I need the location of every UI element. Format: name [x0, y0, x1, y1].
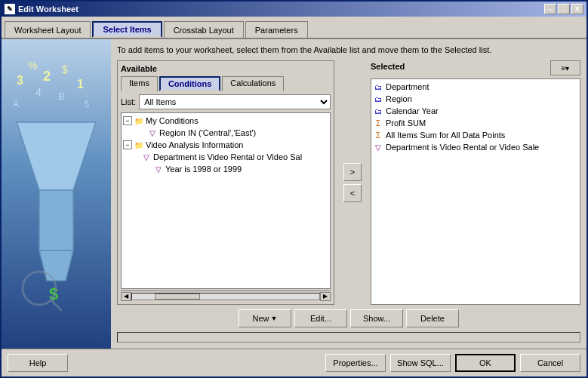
- table-icon-3: 🗂: [373, 106, 383, 116]
- main-window: ✎ Edit Worksheet ─ □ ✕ Worksheet Layout …: [0, 0, 588, 378]
- available-label: Available: [121, 64, 331, 73]
- title-bar: ✎ Edit Worksheet ─ □ ✕: [2, 2, 586, 17]
- delete-button[interactable]: Delete: [406, 309, 459, 327]
- view-toggle-button[interactable]: ≡▾: [550, 60, 580, 75]
- left-decorative-panel: 3 % 2 $ 1 A B 5 4 $: [2, 39, 111, 349]
- tree-item-video-analysis[interactable]: − 📁 Video Analysis Information: [123, 139, 328, 151]
- svg-text:B: B: [58, 91, 65, 102]
- scroll-thumb: [155, 293, 200, 300]
- funnel-svg: 3 % 2 $ 1 A B 5 4 $: [2, 39, 111, 318]
- svg-text:2: 2: [43, 69, 51, 84]
- sum-icon: Σ: [373, 118, 383, 128]
- horizontal-scrollbar[interactable]: ◀ ▶: [121, 290, 331, 301]
- selected-list[interactable]: 🗂 Department 🗂 Region 🗂 Calendar Year: [371, 78, 580, 305]
- tree-item-region-in[interactable]: ▽ Region IN ('Central','East'): [123, 127, 328, 139]
- selected-item-dept-is-video[interactable]: ▽ Department is Video Rental or Video Sa…: [373, 141, 578, 153]
- available-tree[interactable]: − 📁 My Conditions ▽ Region IN ('Central'…: [121, 112, 331, 289]
- help-button[interactable]: Help: [8, 354, 68, 372]
- svg-text:A: A: [13, 99, 19, 109]
- tab-conditions[interactable]: Conditions: [159, 76, 220, 91]
- window-icon: ✎: [5, 4, 15, 14]
- tab-calculations[interactable]: Calculations: [222, 76, 284, 91]
- ok-button[interactable]: OK: [455, 354, 516, 372]
- folder-icon: 📁: [134, 115, 144, 126]
- action-buttons-row: New ▼ Edit... Show... Delete: [117, 305, 580, 330]
- funnel-graphic: 3 % 2 $ 1 A B 5 4 $: [2, 39, 111, 349]
- svg-text:3: 3: [17, 74, 23, 87]
- table-icon: 🗂: [373, 81, 383, 92]
- svg-text:1: 1: [77, 78, 84, 91]
- filter-icon-sel: ▽: [373, 142, 383, 152]
- list-dropdown-row: List: All Items: [121, 94, 331, 109]
- tree-item-department-is[interactable]: ▽ Department is Video Rental or Video Sa…: [123, 151, 328, 163]
- filter-icon: ▽: [147, 128, 158, 138]
- edit-button[interactable]: Edit...: [294, 309, 347, 327]
- properties-button[interactable]: Properties...: [325, 354, 386, 372]
- show-button[interactable]: Show...: [350, 309, 403, 327]
- selected-item-region[interactable]: 🗂 Region: [373, 93, 578, 105]
- progress-bar: [117, 332, 580, 343]
- window-controls: ─ □ ✕: [544, 4, 583, 14]
- selected-item-all-items-sum[interactable]: Σ All Items Sum for All Data Points: [373, 129, 578, 141]
- instruction-text: To add items to your worksheet, select t…: [117, 45, 580, 54]
- folder-icon-2: 📁: [134, 140, 144, 150]
- list-dropdown[interactable]: All Items: [139, 94, 331, 109]
- tree-item-year-is[interactable]: ▽ Year is 1998 or 1999: [123, 163, 328, 175]
- svg-text:4: 4: [35, 86, 42, 98]
- selected-label: Selected: [371, 62, 405, 71]
- sum-icon-2: Σ: [373, 130, 383, 140]
- minimize-button[interactable]: ─: [544, 4, 556, 14]
- tab-select-items[interactable]: Select Items: [92, 21, 162, 38]
- filter-icon-3: ▽: [153, 164, 164, 174]
- svg-text:$: $: [62, 63, 68, 75]
- tab-parameters[interactable]: Parameters: [245, 21, 308, 38]
- selected-item-department[interactable]: 🗂 Department: [373, 81, 578, 93]
- tab-worksheet-layout[interactable]: Worksheet Layout: [5, 21, 91, 38]
- maximize-button[interactable]: □: [558, 4, 570, 14]
- expand-video-analysis[interactable]: −: [123, 140, 132, 149]
- bottom-bar: Help Properties... Show SQL... OK Cancel: [2, 349, 586, 376]
- scroll-left-btn[interactable]: ◀: [121, 292, 131, 301]
- svg-text:%: %: [28, 60, 37, 72]
- panels-row: Available Items Conditions Calculations: [117, 60, 580, 305]
- svg-marker-11: [39, 250, 73, 281]
- selected-header: Selected ≡▾: [371, 60, 580, 75]
- list-label: List:: [121, 97, 136, 106]
- close-button[interactable]: ✕: [571, 4, 583, 14]
- move-left-button[interactable]: <: [343, 184, 362, 202]
- tab-crosstab-layout[interactable]: Crosstab Layout: [164, 21, 244, 38]
- show-sql-button[interactable]: Show SQL...: [390, 354, 451, 372]
- svg-text:5: 5: [85, 100, 89, 109]
- cancel-button[interactable]: Cancel: [520, 354, 580, 372]
- top-tab-bar: Worksheet Layout Select Items Crosstab L…: [2, 17, 586, 39]
- new-dropdown-arrow: ▼: [271, 315, 278, 322]
- table-icon-2: 🗂: [373, 94, 383, 104]
- selected-item-calendar-year[interactable]: 🗂 Calendar Year: [373, 105, 578, 117]
- svg-marker-9: [17, 122, 96, 190]
- expand-my-conditions[interactable]: −: [123, 116, 132, 125]
- selected-item-profit-sum[interactable]: Σ Profit SUM: [373, 117, 578, 129]
- svg-rect-10: [39, 190, 73, 250]
- available-panel: Available Items Conditions Calculations: [117, 60, 334, 305]
- window-title: Edit Worksheet: [18, 5, 544, 14]
- move-right-button[interactable]: >: [343, 163, 362, 181]
- arrow-buttons: > <: [340, 60, 365, 305]
- scroll-right-btn[interactable]: ▶: [320, 292, 331, 301]
- main-content: 3 % 2 $ 1 A B 5 4 $: [2, 39, 586, 349]
- tab-items[interactable]: Items: [121, 76, 158, 91]
- new-button[interactable]: New ▼: [239, 309, 291, 327]
- right-panel: To add items to your worksheet, select t…: [111, 39, 586, 349]
- filter-icon-2: ▽: [141, 152, 152, 162]
- scroll-track: [131, 293, 320, 300]
- tree-item-my-conditions[interactable]: − 📁 My Conditions: [123, 115, 328, 127]
- selected-panel: Selected ≡▾ 🗂 Department 🗂 Region: [371, 60, 580, 305]
- inner-tab-bar: Items Conditions Calculations: [121, 76, 331, 91]
